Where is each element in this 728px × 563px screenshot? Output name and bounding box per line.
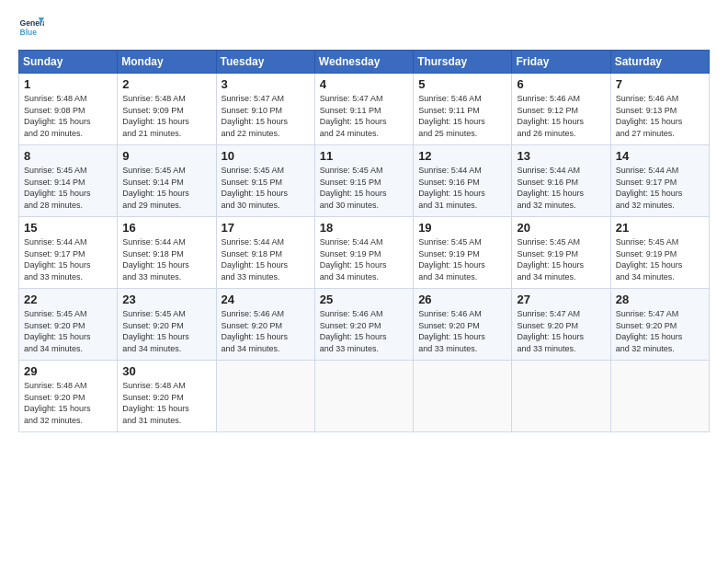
page: General Blue SundayMondayTuesdayWednesda… bbox=[0, 0, 728, 563]
cell-empty bbox=[414, 361, 512, 432]
cell-5: 5Sunrise: 5:46 AMSunset: 9:11 PMDaylight… bbox=[414, 74, 512, 145]
header: General Blue bbox=[18, 15, 710, 40]
col-header-tuesday: Tuesday bbox=[216, 51, 314, 74]
cell-18: 18Sunrise: 5:44 AMSunset: 9:19 PMDayligh… bbox=[314, 217, 413, 289]
cell-19: 19Sunrise: 5:45 AMSunset: 9:19 PMDayligh… bbox=[414, 217, 512, 289]
cell-7: 7Sunrise: 5:46 AMSunset: 9:13 PMDaylight… bbox=[610, 74, 709, 145]
col-header-sunday: Sunday bbox=[19, 51, 118, 74]
logo-icon: General Blue bbox=[18, 15, 44, 40]
cell-25: 25Sunrise: 5:46 AMSunset: 9:20 PMDayligh… bbox=[314, 289, 413, 361]
cell-1: 1Sunrise: 5:48 AMSunset: 9:08 PMDaylight… bbox=[19, 74, 118, 145]
cell-6: 6Sunrise: 5:46 AMSunset: 9:12 PMDaylight… bbox=[512, 74, 610, 145]
cell-9: 9Sunrise: 5:45 AMSunset: 9:14 PMDaylight… bbox=[118, 145, 216, 217]
cell-4: 4Sunrise: 5:47 AMSunset: 9:11 PMDaylight… bbox=[314, 74, 413, 145]
cell-15: 15Sunrise: 5:44 AMSunset: 9:17 PMDayligh… bbox=[19, 217, 118, 289]
cell-22: 22Sunrise: 5:45 AMSunset: 9:20 PMDayligh… bbox=[19, 289, 118, 361]
week-row-5: 29Sunrise: 5:48 AMSunset: 9:20 PMDayligh… bbox=[19, 361, 710, 432]
cell-20: 20Sunrise: 5:45 AMSunset: 9:19 PMDayligh… bbox=[512, 217, 610, 289]
col-header-monday: Monday bbox=[118, 51, 216, 74]
col-header-friday: Friday bbox=[512, 51, 610, 74]
cell-26: 26Sunrise: 5:46 AMSunset: 9:20 PMDayligh… bbox=[414, 289, 512, 361]
cell-21: 21Sunrise: 5:45 AMSunset: 9:19 PMDayligh… bbox=[610, 217, 709, 289]
cell-8: 8Sunrise: 5:45 AMSunset: 9:14 PMDaylight… bbox=[19, 145, 118, 217]
header-row: SundayMondayTuesdayWednesdayThursdayFrid… bbox=[19, 51, 710, 74]
cell-11: 11Sunrise: 5:45 AMSunset: 9:15 PMDayligh… bbox=[314, 145, 413, 217]
calendar-table: SundayMondayTuesdayWednesdayThursdayFrid… bbox=[18, 50, 710, 432]
cell-12: 12Sunrise: 5:44 AMSunset: 9:16 PMDayligh… bbox=[414, 145, 512, 217]
svg-text:Blue: Blue bbox=[20, 28, 38, 37]
cell-16: 16Sunrise: 5:44 AMSunset: 9:18 PMDayligh… bbox=[118, 217, 216, 289]
col-header-saturday: Saturday bbox=[610, 51, 709, 74]
logo: General Blue bbox=[18, 15, 44, 40]
cell-27: 27Sunrise: 5:47 AMSunset: 9:20 PMDayligh… bbox=[512, 289, 610, 361]
cell-10: 10Sunrise: 5:45 AMSunset: 9:15 PMDayligh… bbox=[216, 145, 314, 217]
cell-28: 28Sunrise: 5:47 AMSunset: 9:20 PMDayligh… bbox=[610, 289, 709, 361]
cell-24: 24Sunrise: 5:46 AMSunset: 9:20 PMDayligh… bbox=[216, 289, 314, 361]
cell-23: 23Sunrise: 5:45 AMSunset: 9:20 PMDayligh… bbox=[118, 289, 216, 361]
week-row-1: 1Sunrise: 5:48 AMSunset: 9:08 PMDaylight… bbox=[19, 74, 710, 145]
cell-14: 14Sunrise: 5:44 AMSunset: 9:17 PMDayligh… bbox=[610, 145, 709, 217]
cell-empty bbox=[216, 361, 314, 432]
cell-13: 13Sunrise: 5:44 AMSunset: 9:16 PMDayligh… bbox=[512, 145, 610, 217]
cell-empty bbox=[314, 361, 413, 432]
cell-29: 29Sunrise: 5:48 AMSunset: 9:20 PMDayligh… bbox=[19, 361, 118, 432]
week-row-2: 8Sunrise: 5:45 AMSunset: 9:14 PMDaylight… bbox=[19, 145, 710, 217]
cell-3: 3Sunrise: 5:47 AMSunset: 9:10 PMDaylight… bbox=[216, 74, 314, 145]
col-header-thursday: Thursday bbox=[414, 51, 512, 74]
cell-2: 2Sunrise: 5:48 AMSunset: 9:09 PMDaylight… bbox=[118, 74, 216, 145]
week-row-3: 15Sunrise: 5:44 AMSunset: 9:17 PMDayligh… bbox=[19, 217, 710, 289]
cell-empty bbox=[610, 361, 709, 432]
week-row-4: 22Sunrise: 5:45 AMSunset: 9:20 PMDayligh… bbox=[19, 289, 710, 361]
col-header-wednesday: Wednesday bbox=[314, 51, 413, 74]
cell-empty bbox=[512, 361, 610, 432]
cell-30: 30Sunrise: 5:48 AMSunset: 9:20 PMDayligh… bbox=[118, 361, 216, 432]
cell-17: 17Sunrise: 5:44 AMSunset: 9:18 PMDayligh… bbox=[216, 217, 314, 289]
